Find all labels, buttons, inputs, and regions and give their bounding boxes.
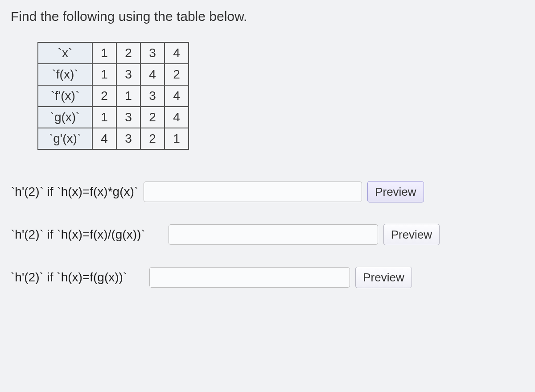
row-label-fprime: `f'(x)` bbox=[38, 85, 92, 107]
cell: 1 bbox=[165, 128, 189, 149]
cell: 3 bbox=[140, 85, 165, 107]
row-label-f: `f(x)` bbox=[38, 64, 92, 85]
cell: 3 bbox=[116, 107, 140, 128]
question-label: `h'(2)` if `h(x)=f(x)/(g(x))` bbox=[11, 227, 145, 242]
row-label-g: `g(x)` bbox=[38, 107, 92, 128]
cell: 2 bbox=[165, 64, 189, 85]
cell: 2 bbox=[140, 128, 165, 149]
cell: 1 bbox=[92, 107, 116, 128]
preview-button[interactable]: Preview bbox=[383, 224, 440, 245]
question-row: `h'(2)` if `h(x)=f(x)*g(x)` Preview bbox=[11, 181, 524, 202]
row-label-gprime: `g'(x)` bbox=[38, 128, 92, 149]
cell: 1 bbox=[92, 42, 116, 64]
cell: 4 bbox=[165, 107, 189, 128]
table-row: `f'(x)` 2 1 3 4 bbox=[38, 85, 189, 107]
preview-button[interactable]: Preview bbox=[355, 267, 412, 288]
cell: 2 bbox=[140, 107, 165, 128]
table-row: `g(x)` 1 3 2 4 bbox=[38, 107, 189, 128]
question-row: `h'(2)` if `h(x)=f(x)/(g(x))` Preview bbox=[11, 224, 524, 245]
table-row: `f(x)` 1 3 4 2 bbox=[38, 64, 189, 85]
cell: 2 bbox=[92, 85, 116, 107]
cell: 2 bbox=[116, 42, 140, 64]
cell: 3 bbox=[140, 42, 165, 64]
question-row: `h'(2)` if `h(x)=f(g(x))` Preview bbox=[11, 267, 524, 288]
question-label: `h'(2)` if `h(x)=f(x)*g(x)` bbox=[11, 185, 138, 199]
preview-button[interactable]: Preview bbox=[367, 181, 424, 202]
questions-list: `h'(2)` if `h(x)=f(x)*g(x)` Preview `h'(… bbox=[11, 181, 524, 288]
cell: 3 bbox=[116, 128, 140, 149]
cell: 3 bbox=[116, 64, 140, 85]
function-table: `x` 1 2 3 4 `f(x)` 1 3 4 2 `f'(x)` 2 1 3… bbox=[37, 42, 524, 150]
answer-input[interactable] bbox=[144, 182, 362, 202]
problem-prompt: Find the following using the table below… bbox=[11, 9, 524, 24]
cell: 4 bbox=[165, 42, 189, 64]
answer-input[interactable] bbox=[169, 224, 378, 245]
answer-input[interactable] bbox=[149, 267, 350, 288]
row-label-x: `x` bbox=[38, 42, 92, 64]
cell: 4 bbox=[92, 128, 116, 149]
question-label: `h'(2)` if `h(x)=f(g(x))` bbox=[11, 270, 127, 285]
cell: 4 bbox=[165, 85, 189, 107]
cell: 4 bbox=[140, 64, 165, 85]
table-row: `g'(x)` 4 3 2 1 bbox=[38, 128, 189, 149]
table-row: `x` 1 2 3 4 bbox=[38, 42, 189, 64]
cell: 1 bbox=[92, 64, 116, 85]
cell: 1 bbox=[116, 85, 140, 107]
